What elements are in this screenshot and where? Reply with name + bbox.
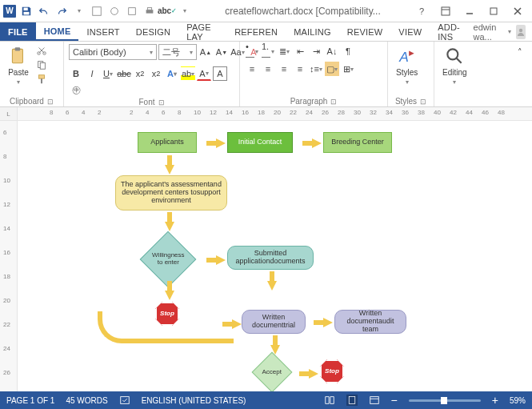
multilevel-list-icon[interactable]: ≣▾ [277, 44, 291, 58]
clipboard-launcher-icon[interactable]: ⊡ [47, 98, 54, 106]
font-launcher-icon[interactable]: ⊡ [158, 98, 165, 106]
shape-applicants[interactable]: Applicants [138, 132, 197, 153]
collapse-ribbon-icon[interactable]: ˄ [513, 45, 527, 59]
tab-file[interactable]: FILE [0, 22, 36, 41]
shape-submitted[interactable]: Submitted applicationdocuments [227, 246, 314, 270]
arrow-icon [309, 369, 318, 379]
font-family-select[interactable]: Calibri (Body)▾ [69, 44, 157, 60]
undo-icon[interactable] [37, 4, 51, 18]
shape-audit-team[interactable]: Written documentaudit team [334, 310, 406, 334]
format-painter-icon[interactable] [35, 73, 48, 86]
arrow-icon [232, 319, 242, 329]
qat-icon-1[interactable] [90, 4, 104, 18]
align-center-icon[interactable]: ≡ [261, 62, 275, 76]
sort-icon[interactable]: A↓ [325, 44, 339, 58]
superscript-icon[interactable]: x2 [149, 66, 163, 81]
show-hide-icon[interactable]: ¶ [341, 44, 355, 58]
qat-dropdown-icon[interactable]: ▾ [178, 4, 192, 18]
tab-view[interactable]: VIEW [390, 22, 430, 41]
paragraph-launcher-icon[interactable]: ⊡ [330, 98, 337, 106]
window-controls: ? [410, 3, 532, 19]
italic-icon[interactable]: I [85, 66, 99, 81]
align-left-icon[interactable]: ≡ [245, 62, 259, 76]
bold-icon[interactable]: B [69, 66, 83, 81]
qat-more-icon[interactable]: ▾ [72, 4, 86, 18]
shape-written-trial[interactable]: Written documenttrial [242, 310, 306, 334]
line-spacing-icon[interactable]: ↕≡▾ [309, 62, 323, 76]
arrow-icon [267, 281, 277, 291]
minimize-button[interactable] [458, 3, 481, 19]
shape-assessment[interactable]: The applicant's assessmentand developmen… [115, 175, 227, 211]
underline-icon[interactable]: U▾ [101, 66, 115, 81]
increase-indent-icon[interactable]: ⇥ [309, 44, 323, 58]
copy-icon[interactable] [35, 58, 48, 71]
qat-icon-3[interactable] [125, 4, 139, 18]
font-color-icon[interactable]: A▾ [197, 66, 211, 81]
tab-insert[interactable]: INSERT [78, 22, 127, 41]
tab-page-layout[interactable]: PAGE LAY [178, 22, 226, 41]
status-page[interactable]: PAGE 1 OF 1 [6, 396, 54, 405]
help-button[interactable]: ? [410, 3, 433, 19]
print-layout-icon[interactable] [346, 395, 358, 406]
shape-willingness[interactable]: Willingness to enter [140, 231, 197, 288]
subscript-icon[interactable]: x2 [133, 66, 147, 81]
styles-launcher-icon[interactable]: ⊡ [420, 98, 426, 106]
shape-stop-2[interactable]: Stop [320, 359, 344, 383]
paste-button[interactable]: Paste ▾ [5, 44, 32, 87]
tab-addins[interactable]: ADD-INS [430, 22, 473, 41]
spellcheck-icon[interactable]: abc✓ [160, 4, 174, 18]
status-language[interactable]: ENGLISH (UNITED STATES) [142, 396, 246, 405]
horizontal-ruler[interactable]: 8642246810121416182022242628303234363840… [18, 107, 532, 120]
chevron-down-icon: ▾ [17, 78, 20, 86]
cut-icon[interactable] [35, 44, 48, 57]
zoom-level[interactable]: 59% [510, 396, 526, 405]
ribbon-display-button[interactable] [434, 3, 457, 19]
strikethrough-icon[interactable]: abc [117, 66, 131, 81]
borders-icon[interactable]: ⊞▾ [341, 62, 355, 76]
numbering-icon[interactable]: 1.—▾ [261, 44, 275, 58]
text-effects-icon[interactable]: A▾ [165, 66, 179, 81]
editing-button[interactable]: Editing▾ [439, 44, 470, 87]
zoom-thumb[interactable] [441, 397, 447, 404]
tab-design[interactable]: DESIGN [128, 22, 178, 41]
bullets-icon[interactable]: • —▾ [245, 44, 259, 58]
user-account[interactable]: edwin wa... ▾ [474, 22, 532, 41]
redo-icon[interactable] [54, 4, 69, 18]
shrink-font-icon[interactable]: A▼ [214, 45, 229, 59]
vertical-ruler[interactable]: 68101214161820222426 [0, 121, 18, 391]
zoom-in-button[interactable]: + [492, 394, 498, 407]
tab-selector-icon[interactable]: L [0, 107, 18, 120]
tab-home[interactable]: HOME [36, 22, 79, 41]
shape-accept[interactable]: Accept [252, 352, 293, 391]
save-icon[interactable] [19, 4, 34, 18]
status-proofing-icon[interactable] [119, 395, 130, 406]
align-right-icon[interactable]: ≡ [277, 62, 291, 76]
maximize-button[interactable] [482, 3, 505, 19]
svg-rect-6 [442, 7, 450, 15]
svg-point-8 [519, 28, 522, 31]
tab-references[interactable]: REFEREN [226, 22, 286, 41]
read-mode-icon[interactable] [324, 395, 335, 406]
shape-initial-contact[interactable]: Initial Contact [227, 132, 293, 153]
decrease-indent-icon[interactable]: ⇤ [293, 44, 307, 58]
enclose-characters-icon[interactable]: ㊥ [69, 82, 83, 97]
justify-icon[interactable]: ≡ [293, 62, 307, 76]
tab-review[interactable]: REVIEW [339, 22, 391, 41]
zoom-out-button[interactable]: − [391, 394, 398, 407]
shape-breeding-center[interactable]: Breeding Center [323, 132, 392, 153]
highlight-icon[interactable]: ab▾ [181, 66, 195, 81]
shading-icon[interactable]: ▢▾ [325, 62, 339, 76]
font-size-select[interactable]: 二号▾ [158, 44, 197, 60]
tab-mailings[interactable]: MAILING [286, 22, 339, 41]
zoom-slider[interactable] [409, 399, 481, 402]
web-layout-icon[interactable] [369, 395, 380, 406]
qat-icon-2[interactable] [107, 4, 122, 18]
styles-button[interactable]: A Styles▾ [393, 44, 421, 87]
status-words[interactable]: 45 WORDS [66, 396, 107, 405]
svg-rect-14 [40, 62, 45, 69]
character-border-icon[interactable]: A [213, 66, 227, 81]
document-canvas[interactable]: Applicants Initial Contact Breeding Cent… [18, 121, 532, 391]
grow-font-icon[interactable]: A▲ [198, 45, 213, 59]
quick-print-icon[interactable] [142, 4, 157, 18]
close-button[interactable] [506, 3, 529, 19]
